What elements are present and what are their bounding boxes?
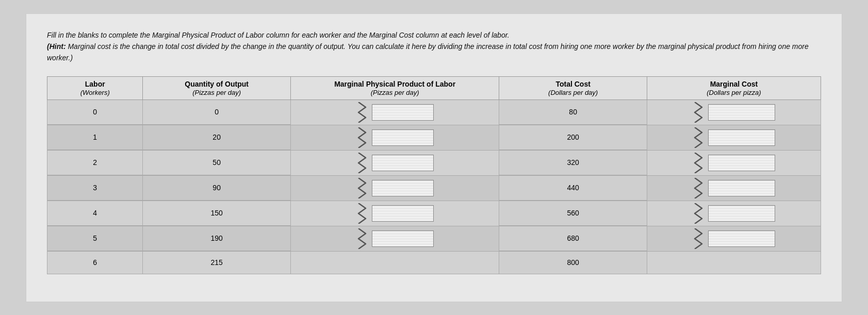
mc-input-2[interactable] <box>708 155 775 171</box>
table-row: 6 215800 <box>47 251 821 274</box>
qty-value: 20 <box>143 125 291 150</box>
tc-value-5: 680 <box>499 226 647 251</box>
mpl-input-2[interactable] <box>372 155 434 171</box>
mc-input-cell-4 <box>647 201 821 226</box>
qty-value: 90 <box>143 175 291 200</box>
qty-value: 190 <box>143 226 291 251</box>
labor-value: 3 <box>47 175 143 200</box>
tc-value-2: 320 <box>499 150 647 175</box>
mpl-input-cell-4 <box>290 201 499 226</box>
mc-input-3[interactable] <box>708 180 775 196</box>
labor-value: 1 <box>47 125 143 150</box>
header-qty: Quantity of Output (Pizzas per day) <box>143 76 291 100</box>
mc-empty-last <box>647 251 821 274</box>
mpl-input-cell-1 <box>290 125 499 150</box>
mc-input-cell-5 <box>647 226 821 251</box>
tc-value-6: 800 <box>499 251 647 274</box>
header-mc: Marginal Cost (Dollars per pizza) <box>647 76 821 100</box>
header-labor: Labor (Workers) <box>47 76 143 100</box>
page-container: Fill in the blanks to complete the Margi… <box>26 13 842 302</box>
instructions-text: Fill in the blanks to complete the Margi… <box>47 29 821 64</box>
mpl-input-cell-2 <box>290 150 499 175</box>
labor-value: 4 <box>47 201 143 225</box>
mc-input-1[interactable] <box>708 129 775 146</box>
qty-value: 150 <box>143 201 291 225</box>
table-row: 0 0 80 <box>47 100 821 124</box>
mc-input-cell-3 <box>647 175 821 201</box>
tc-value-3: 440 <box>499 175 647 200</box>
mpl-input-0[interactable] <box>372 104 434 121</box>
mpl-input-3[interactable] <box>372 180 434 196</box>
labor-value: 6 <box>47 251 143 274</box>
mpl-input-4[interactable] <box>372 205 434 222</box>
hint-body: Marginal cost is the change in total cos… <box>47 42 809 62</box>
hint-label: (Hint: <box>47 42 66 51</box>
tc-value-1: 200 <box>499 125 647 150</box>
table-row: 3 90 440 <box>47 175 821 200</box>
mc-input-4[interactable] <box>708 205 775 222</box>
qty-value: 50 <box>143 150 291 175</box>
mpl-input-cell-0 <box>290 100 499 125</box>
mc-input-5[interactable] <box>708 230 775 247</box>
table-row: 1 20 200 <box>47 125 821 150</box>
header-mpl: Marginal Physical Product of Labor (Pizz… <box>290 76 499 100</box>
header-tc: Total Cost (Dollars per day) <box>499 76 647 100</box>
mpl-input-5[interactable] <box>372 230 434 247</box>
tc-value-0: 80 <box>499 100 647 124</box>
mc-input-cell-1 <box>647 125 821 150</box>
instruction-line1: Fill in the blanks to complete the Margi… <box>47 31 510 39</box>
table-row: 2 50 320 <box>47 150 821 175</box>
qty-value: 215 <box>143 251 291 274</box>
table-row: 5 190 680 <box>47 226 821 251</box>
mpl-empty-last <box>290 251 499 274</box>
mc-input-cell-2 <box>647 150 821 175</box>
mc-input-cell-0 <box>647 100 821 125</box>
mpl-input-1[interactable] <box>372 129 434 146</box>
labor-value: 2 <box>47 150 143 175</box>
mpl-input-cell-3 <box>290 175 499 201</box>
labor-value: 5 <box>47 226 143 251</box>
economics-table: Labor (Workers) Quantity of Output (Pizz… <box>47 76 821 274</box>
mpl-input-cell-5 <box>290 226 499 251</box>
tc-value-4: 560 <box>499 201 647 225</box>
qty-value: 0 <box>143 100 291 124</box>
mc-input-0[interactable] <box>708 104 775 121</box>
table-row: 4 150 560 <box>47 201 821 225</box>
labor-value: 0 <box>47 100 143 124</box>
